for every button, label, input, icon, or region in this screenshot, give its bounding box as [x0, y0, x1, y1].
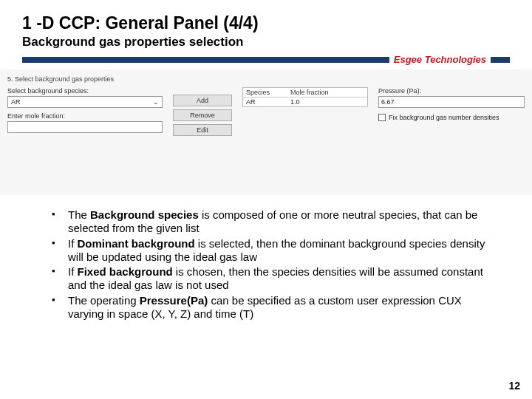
b4-bold: Pressure(Pa) [140, 294, 208, 307]
b2-bold: Dominant background [78, 237, 195, 250]
rule-left [22, 57, 389, 63]
remove-button[interactable]: Remove [173, 109, 232, 121]
fix-densities-label: Fix background gas number densities [389, 114, 499, 121]
table-header: Species Mole fraction [243, 88, 367, 98]
page-number: 12 [508, 380, 520, 392]
table-row[interactable]: AR 1.0 [243, 98, 367, 106]
bullet-4: The operating Pressure(Pa) can be specif… [52, 294, 495, 321]
bullet-1: The Background species is composed of on… [52, 208, 495, 236]
pressure-label: Pressure (Pa): [378, 87, 525, 95]
b3-pre: If [68, 265, 78, 278]
b3-bold: Fixed background [78, 265, 173, 278]
species-combobox[interactable]: AR ⌄ [7, 96, 163, 108]
slide-subtitle: Background gas properties selection [22, 35, 510, 50]
fix-densities-checkbox[interactable] [378, 114, 386, 121]
brand-logo: Esgee Technologies [394, 54, 486, 65]
bullet-3: If Fixed background is chosen, then the … [52, 265, 495, 293]
mole-label: Enter mole fraction: [7, 112, 163, 120]
species-label: Select background species: [7, 87, 163, 95]
b1-pre: The [68, 208, 90, 221]
brand-prefix: Esgee [394, 54, 422, 65]
b1-bold: Background species [90, 208, 199, 221]
step-label: 5. Select background gas properties [7, 75, 525, 83]
panel-screenshot: 5. Select background gas properties Sele… [0, 69, 532, 195]
divider: Esgee Technologies [22, 54, 510, 65]
pressure-input[interactable]: 6.67 [378, 96, 525, 108]
brand-suffix: Technologies [425, 54, 486, 65]
bullet-list: The Background species is composed of on… [22, 195, 510, 321]
b2-pre: If [68, 237, 78, 250]
row-mole: 1.0 [287, 98, 367, 106]
slide-title: 1 -D CCP: General Panel (4/4) [22, 13, 510, 33]
row-species: AR [243, 98, 287, 106]
chevron-down-icon: ⌄ [153, 98, 159, 106]
mole-fraction-input[interactable] [7, 121, 163, 133]
species-table: Species Mole fraction AR 1.0 [242, 87, 368, 107]
rule-right [491, 57, 510, 63]
table-col-species: Species [243, 88, 287, 97]
edit-button[interactable]: Edit [173, 124, 232, 136]
table-col-mole: Mole fraction [287, 88, 367, 97]
bullet-2: If Dominant background is selected, then… [52, 237, 495, 265]
b4-pre: The operating [68, 294, 140, 307]
add-button[interactable]: Add [173, 95, 232, 106]
species-combobox-value: AR [11, 98, 21, 106]
